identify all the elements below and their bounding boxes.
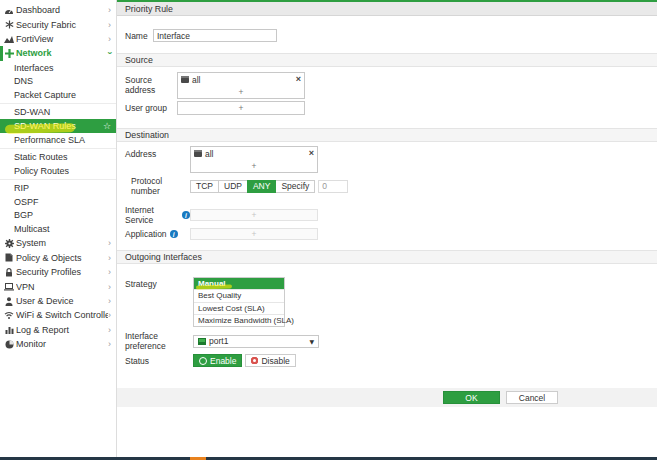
chevron-right-icon: › — [108, 296, 111, 306]
source-address-box: all × + — [177, 72, 305, 99]
destination-address-label: Address — [125, 146, 190, 159]
name-input[interactable] — [153, 29, 277, 42]
destination-address-row: Address all × + — [125, 146, 657, 173]
status-disable-button[interactable]: Disable — [245, 354, 295, 367]
destination-section-header: Destination — [117, 128, 657, 142]
sidebar-item-user-device[interactable]: User & Device › — [0, 294, 116, 308]
action-bar: OK Cancel — [117, 388, 657, 407]
sidebar-item-label: Policy & Objects — [16, 253, 108, 263]
strategy-option-max-bandwidth[interactable]: Maximize Bandwidth (SLA) — [194, 314, 284, 326]
sidebar-item-monitor[interactable]: Monitor › — [0, 337, 116, 351]
sidebar-item-log-report[interactable]: Log & Report › — [0, 323, 116, 337]
sidebar-item-label: Policy Routes — [14, 166, 69, 176]
name-label: Name — [125, 31, 153, 41]
address-entry: all × — [178, 73, 304, 86]
sidebar-item-label: User & Device — [16, 296, 108, 306]
dashboard-icon — [3, 6, 15, 15]
sidebar-item-dashboard[interactable]: Dashboard › — [0, 3, 116, 17]
sidebar-item-performance-sla[interactable]: Performance SLA — [0, 133, 116, 147]
fortiview-icon — [3, 35, 15, 43]
application-row: Application i + — [125, 228, 657, 240]
section-title: Outgoing Interfaces — [125, 252, 202, 262]
interface-preference-label: Interface preference — [125, 331, 193, 351]
application-label: Application — [125, 229, 167, 239]
remove-entry-icon[interactable]: × — [296, 75, 301, 84]
enable-circle-icon — [199, 357, 207, 365]
destination-address-box: all × + — [190, 146, 318, 173]
sidebar-item-label: Monitor — [16, 339, 108, 349]
sidebar-item-sd-wan[interactable]: SD-WAN — [0, 105, 116, 119]
outgoing-section-header: Outgoing Interfaces — [117, 250, 657, 264]
strategy-option-lowest-cost[interactable]: Lowest Cost (SLA) — [194, 302, 284, 314]
section-title: Source — [125, 55, 153, 65]
sidebar-item-ospf[interactable]: OSPF — [0, 195, 116, 209]
sidebar-item-label: FortiView — [16, 34, 108, 44]
sidebar-item-policy-objects[interactable]: Policy & Objects › — [0, 251, 116, 265]
sidebar-item-label: Packet Capture — [14, 90, 76, 100]
ok-button[interactable]: OK — [443, 391, 500, 404]
add-source-address-button[interactable]: + — [178, 86, 304, 98]
strategy-option-manual[interactable]: Manual — [194, 278, 284, 289]
protocol-segmented-control: TCP UDP ANY Specify — [190, 180, 315, 193]
add-user-group-button[interactable]: + — [178, 102, 304, 114]
strategy-row: Strategy Manual Best Quality Lowest Cost… — [125, 277, 657, 327]
chevron-right-icon: › — [108, 34, 111, 44]
status-row: Status Enable Disable — [125, 354, 657, 367]
laptop-icon — [3, 283, 15, 291]
strategy-option-best-quality[interactable]: Best Quality — [194, 289, 284, 301]
sidebar-divider — [0, 179, 116, 180]
sidebar-item-static-routes[interactable]: Static Routes — [0, 150, 116, 164]
sidebar-item-sd-wan-rules[interactable]: SD-WAN Rules ☆ — [0, 119, 116, 133]
protocol-option-any[interactable]: ANY — [247, 180, 276, 193]
disable-label: Disable — [261, 356, 289, 366]
interface-preference-select[interactable]: port1 ▼ — [193, 335, 319, 348]
sidebar-item-system[interactable]: System › — [0, 236, 116, 250]
sidebar-item-label: SD-WAN Rules — [14, 121, 76, 131]
add-destination-address-button[interactable]: + — [191, 160, 317, 172]
dropdown-arrow-icon: ▼ — [309, 338, 314, 345]
sidebar-item-bgp[interactable]: BGP — [0, 208, 116, 222]
user-icon — [3, 297, 15, 306]
sidebar-item-security-profiles[interactable]: Security Profiles › — [0, 265, 116, 279]
address-entry-label: all — [205, 149, 214, 159]
document-icon — [3, 253, 15, 262]
sidebar-item-label: DNS — [14, 76, 33, 86]
chevron-right-icon: › — [108, 5, 111, 15]
info-icon[interactable]: i — [182, 211, 190, 219]
sidebar-item-security-fabric[interactable]: Security Fabric › — [0, 17, 116, 31]
protocol-row: Protocol number TCP UDP ANY Specify — [125, 176, 657, 196]
sidebar-item-packet-capture[interactable]: Packet Capture — [0, 88, 116, 102]
source-address-label: Source address — [125, 72, 177, 95]
sidebar-item-wifi-switch[interactable]: WiFi & Switch Controller › — [0, 308, 116, 322]
sidebar-item-interfaces[interactable]: Interfaces — [0, 61, 116, 75]
sidebar-item-vpn[interactable]: VPN › — [0, 279, 116, 293]
status-enable-button[interactable]: Enable — [193, 354, 242, 367]
sidebar-item-label: RIP — [14, 183, 29, 193]
protocol-specify-input[interactable] — [318, 180, 348, 193]
sidebar-item-fortiview[interactable]: FortiView › — [0, 32, 116, 46]
chevron-down-icon: › — [105, 52, 115, 55]
info-icon[interactable]: i — [170, 230, 178, 238]
sidebar-item-label: Security Fabric — [16, 20, 108, 30]
main-panel: Priority Rule Name Source Source address… — [117, 0, 657, 457]
sidebar-item-multicast[interactable]: Multicast — [0, 222, 116, 236]
user-group-row: User group + — [125, 101, 657, 115]
name-row: Name — [125, 29, 657, 42]
protocol-option-udp[interactable]: UDP — [218, 180, 248, 193]
protocol-option-specify[interactable]: Specify — [275, 180, 315, 193]
protocol-number-label: Protocol number — [125, 176, 190, 196]
sidebar-item-label: System — [16, 238, 108, 248]
sidebar-item-rip[interactable]: RIP — [0, 181, 116, 195]
sidebar-item-label: Dashboard — [16, 5, 108, 15]
sidebar-item-policy-routes[interactable]: Policy Routes — [0, 164, 116, 178]
sidebar-item-network[interactable]: Network › — [0, 46, 116, 60]
sidebar-item-label: SD-WAN — [14, 107, 50, 117]
sidebar-item-label: Static Routes — [14, 152, 68, 162]
sidebar-item-dns[interactable]: DNS — [0, 74, 116, 88]
remove-entry-icon[interactable]: × — [309, 149, 314, 158]
cancel-button[interactable]: Cancel — [506, 391, 558, 404]
protocol-option-tcp[interactable]: TCP — [190, 180, 219, 193]
favorite-star-icon[interactable]: ☆ — [103, 121, 111, 131]
application-label-wrap: Application i — [125, 229, 190, 239]
chevron-right-icon: › — [108, 253, 111, 263]
